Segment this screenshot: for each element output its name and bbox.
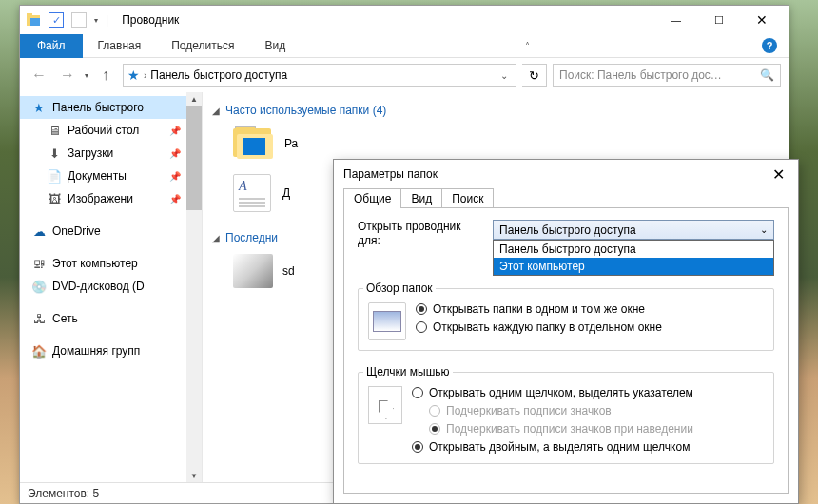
ribbon-tab-view[interactable]: Вид <box>249 34 301 58</box>
folder-icon[interactable] <box>233 126 273 161</box>
sidebar-item[interactable]: 🖥Рабочий стол📌 <box>20 119 202 142</box>
sidebar-label: Этот компьютер <box>52 257 138 270</box>
radio-single-click[interactable]: Открывать одним щелчком, выделять указат… <box>412 386 693 399</box>
tab-general[interactable]: Общие <box>343 188 401 208</box>
qat-customize-icon[interactable]: ▾ <box>94 16 98 25</box>
chevron-down-icon: ⌄ <box>760 224 768 235</box>
combo-dropdown: Панель быстрого доступа Этот компьютер <box>493 240 774 276</box>
file-icon[interactable] <box>233 254 273 288</box>
address-dropdown-icon[interactable]: ⌄ <box>497 70 512 81</box>
explorer-icon <box>26 12 41 28</box>
sidebar-item[interactable]: 💿DVD-дисковод (D <box>20 275 202 298</box>
sidebar-label: Домашняя групп <box>52 344 140 358</box>
dialog-close-button[interactable]: ✕ <box>769 165 789 184</box>
qat-new-icon[interactable] <box>71 12 87 28</box>
folder-label[interactable]: Ра <box>284 137 298 150</box>
sidebar-item[interactable]: 🖧Сеть <box>20 307 202 330</box>
search-input[interactable] <box>554 68 754 82</box>
folder-options-dialog: Параметры папок ✕ Общие Вид Поиск Открыт… <box>333 159 799 504</box>
address-field[interactable]: ★ › Панель быстрого доступа ⌄ <box>123 64 516 87</box>
radio-own-window[interactable]: Открывать каждую папку в отдельном окне <box>416 320 662 334</box>
sidebar-item[interactable]: ☁OneDrive <box>20 220 202 242</box>
refresh-button[interactable]: ↻ <box>522 64 547 87</box>
dialog-titlebar[interactable]: Параметры папок ✕ <box>334 160 798 188</box>
history-dropdown-icon[interactable]: ▾ <box>85 71 88 80</box>
search-box[interactable]: 🔍 <box>553 64 781 87</box>
scroll-down-icon[interactable]: ▼ <box>186 469 202 482</box>
sidebar-label: OneDrive <box>52 224 101 238</box>
sidebar-label: Рабочий стол <box>68 124 139 137</box>
sidebar-label: Сеть <box>52 312 78 325</box>
sidebar-icon: 💿 <box>31 279 47 294</box>
pin-icon: 📌 <box>169 126 181 136</box>
maximize-button[interactable]: ☐ <box>697 7 740 34</box>
sidebar-item[interactable]: 🖳Этот компьютер <box>20 252 202 275</box>
sidebar-item[interactable]: 📄Документы📌 <box>20 165 202 187</box>
tab-view[interactable]: Вид <box>400 188 442 208</box>
sidebar-label: Загрузки <box>68 146 113 160</box>
ribbon-tab-share[interactable]: Поделиться <box>156 34 249 58</box>
folder-label[interactable]: Д <box>282 186 290 200</box>
tab-page-general: Открыть проводник для: Панель быстрого д… <box>343 207 789 494</box>
tab-search[interactable]: Поиск <box>441 188 494 208</box>
forward-button[interactable]: → <box>56 64 79 87</box>
radio-underline-hover: Подчеркивать подписи значков при наведен… <box>412 422 693 436</box>
sidebar-icon: 🏠 <box>31 343 47 359</box>
search-icon[interactable]: 🔍 <box>754 68 780 82</box>
dialog-title: Параметры папок <box>343 167 438 181</box>
chevron-right-icon[interactable]: › <box>144 70 146 81</box>
sidebar-item[interactable]: ⬇Загрузки📌 <box>20 142 202 165</box>
pin-icon: 📌 <box>169 171 181 182</box>
ribbon-tab-home[interactable]: Главная <box>83 34 157 58</box>
sidebar-item[interactable]: 🏠Домашняя групп <box>20 339 202 362</box>
ribbon-collapse-icon[interactable]: ˄ <box>515 34 537 57</box>
svg-rect-2 <box>30 18 40 26</box>
combo-option-quickaccess[interactable]: Панель быстрого доступа <box>494 241 773 258</box>
section-frequent[interactable]: ◢Часто используемые папки (4) <box>212 104 779 117</box>
file-tab[interactable]: Файл <box>20 34 83 58</box>
back-button[interactable]: ← <box>28 64 50 87</box>
collapse-icon[interactable]: ◢ <box>212 106 220 116</box>
sidebar-icon: 🖼 <box>47 191 62 206</box>
ribbon: Файл Главная Поделиться Вид ˄ ? <box>20 34 789 58</box>
addressbar: ← → ▾ ↑ ★ › Панель быстрого доступа ⌄ ↻ … <box>20 58 789 92</box>
close-button[interactable]: ✕ <box>740 7 783 34</box>
sidebar-icon: 🖧 <box>31 311 47 326</box>
browse-folders-icon <box>368 302 406 340</box>
scroll-up-icon[interactable]: ▲ <box>186 92 202 106</box>
sidebar-item[interactable]: 🖼Изображени📌 <box>20 187 202 210</box>
sidebar-label: DVD-дисковод (D <box>52 280 145 293</box>
documents-icon[interactable] <box>233 174 271 212</box>
sidebar: ★Панель быстрого🖥Рабочий стол📌⬇Загрузки📌… <box>20 92 203 482</box>
collapse-icon[interactable]: ◢ <box>212 233 220 243</box>
help-button[interactable]: ? <box>758 34 781 57</box>
open-explorer-label: Открыть проводник для: <box>358 220 481 248</box>
sidebar-icon: 📄 <box>47 168 62 184</box>
sidebar-label: Документы <box>68 169 127 183</box>
quickaccess-icon: ★ <box>127 68 140 83</box>
browse-group-title: Обзор папок <box>363 281 436 295</box>
radio-underline-always: Подчеркивать подписи значков <box>412 404 693 417</box>
pin-icon: 📌 <box>169 148 181 159</box>
sidebar-label: Панель быстрого <box>52 101 144 114</box>
qat-properties-icon[interactable]: ✓ <box>49 12 64 28</box>
minimize-button[interactable]: — <box>654 7 697 34</box>
radio-double-click[interactable]: Открывать двойным, а выделять одним щелч… <box>412 440 693 454</box>
breadcrumb[interactable]: Панель быстрого доступа <box>150 68 287 82</box>
window-title: Проводник <box>122 13 179 27</box>
sidebar-icon: ☁ <box>31 223 47 239</box>
file-label[interactable]: sd <box>282 264 295 278</box>
scrollbar-thumb[interactable] <box>186 106 202 210</box>
open-explorer-combo[interactable]: Панель быстрого доступа ⌄ Панель быстрог… <box>493 220 774 240</box>
sidebar-icon: 🖳 <box>31 256 47 271</box>
status-text: Элементов: 5 <box>28 487 99 500</box>
click-group-title: Щелчки мышью <box>363 365 453 378</box>
combo-option-thispc[interactable]: Этот компьютер <box>494 258 773 275</box>
radio-same-window[interactable]: Открывать папки в одном и том же окне <box>416 302 662 316</box>
titlebar[interactable]: ✓ ▾ | Проводник — ☐ ✕ <box>20 6 789 34</box>
sidebar-icon: ★ <box>31 100 47 115</box>
sidebar-icon: ⬇ <box>47 145 62 161</box>
up-button[interactable]: ↑ <box>94 64 117 87</box>
sidebar-item[interactable]: ★Панель быстрого <box>20 96 202 119</box>
sidebar-icon: 🖥 <box>47 123 62 138</box>
